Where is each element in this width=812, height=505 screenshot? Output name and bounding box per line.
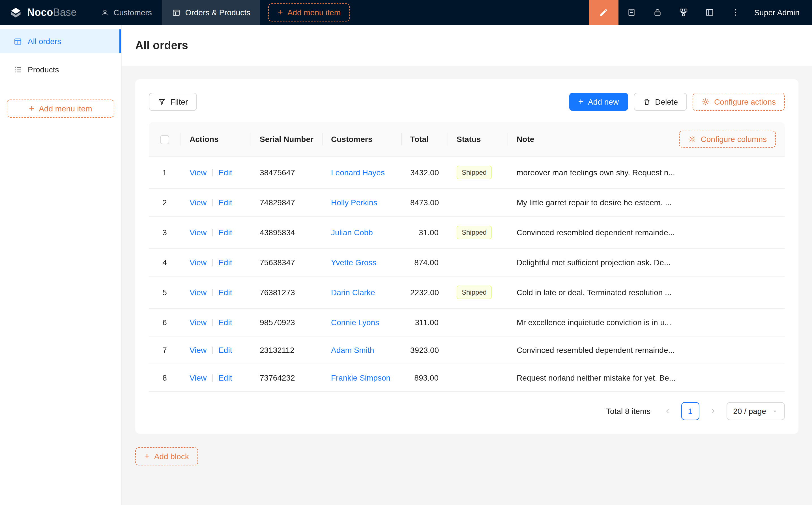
nocobase-logo[interactable]: NocoBase: [0, 0, 84, 25]
table-row[interactable]: 3 ViewEdit 43895834 Julian Cobb 31.00 Sh…: [149, 216, 785, 249]
lock-icon: [653, 8, 662, 17]
page-1-button[interactable]: 1: [681, 402, 699, 420]
note-text: Mr excellence inquietude conviction is i…: [517, 318, 671, 327]
row-index: 2: [162, 198, 167, 207]
page-size-select[interactable]: 20 / page: [726, 402, 785, 420]
add-new-button[interactable]: + Add new: [569, 93, 628, 111]
note-text: My little garret repair to desire he est…: [517, 198, 672, 207]
logo-text: NocoBase: [27, 6, 77, 18]
more-button[interactable]: [722, 0, 749, 25]
configure-columns-button[interactable]: Configure columns: [679, 131, 776, 148]
layout-button[interactable]: [697, 0, 722, 25]
row-index: 3: [162, 228, 167, 237]
view-link[interactable]: View: [189, 346, 207, 355]
row-index: 8: [162, 373, 167, 382]
view-link[interactable]: View: [189, 288, 207, 297]
ui-editor-button[interactable]: [589, 0, 619, 25]
edit-link[interactable]: Edit: [219, 288, 232, 297]
serial-number: 43895834: [260, 228, 295, 237]
view-link[interactable]: View: [189, 228, 207, 237]
table-body: 1 ViewEdit 38475647 Leonard Hayes 3432.0…: [149, 157, 785, 392]
customer-link[interactable]: Connie Lyons: [331, 318, 379, 327]
action-divider: [212, 374, 213, 382]
previous-page-button[interactable]: [658, 402, 676, 420]
table-row[interactable]: 6 ViewEdit 98570923 Connie Lyons 311.00 …: [149, 309, 785, 336]
total-value: 311.00: [415, 318, 438, 327]
view-link[interactable]: View: [189, 168, 207, 177]
customer-link[interactable]: Leonard Hayes: [331, 168, 385, 177]
customer-link[interactable]: Julian Cobb: [331, 228, 373, 237]
chevron-down-icon: [772, 408, 778, 414]
next-page-button[interactable]: [704, 402, 722, 420]
table-row[interactable]: 4 ViewEdit 75638347 Yvette Gross 874.00 …: [149, 249, 785, 277]
edit-link[interactable]: Edit: [219, 318, 232, 327]
table-icon: [172, 8, 181, 17]
sidebar-item-all-orders[interactable]: All orders: [0, 29, 121, 53]
add-block-button[interactable]: + Add block: [135, 447, 198, 465]
action-divider: [212, 229, 213, 236]
total-value: 3432.00: [410, 168, 439, 177]
trash-icon: [643, 98, 651, 106]
orders-block: Filter + Add new: [135, 79, 798, 434]
edit-link[interactable]: Edit: [219, 198, 232, 207]
app-root: NocoBase Customers Orders & Products: [0, 0, 812, 505]
chevron-right-icon: [709, 408, 716, 414]
view-link[interactable]: View: [189, 318, 207, 327]
content-area: Filter + Add new: [122, 65, 812, 505]
tab-label: Orders & Products: [185, 8, 250, 17]
customer-link[interactable]: Holly Perkins: [331, 198, 377, 207]
lock-button[interactable]: [645, 0, 671, 25]
table-row[interactable]: 5 ViewEdit 76381273 Darin Clarke 2232.00…: [149, 277, 785, 309]
customer-link[interactable]: Frankie Simpson: [331, 373, 390, 382]
edit-link[interactable]: Edit: [219, 258, 232, 267]
status-tag: Shipped: [457, 226, 492, 239]
filter-button[interactable]: Filter: [149, 93, 197, 111]
header-add-menu-item-button[interactable]: + Add menu item: [269, 3, 350, 21]
sidebar-add-menu-item-button[interactable]: + Add menu item: [7, 100, 114, 118]
customer-link[interactable]: Darin Clarke: [331, 288, 375, 297]
notebook-icon: [627, 8, 636, 17]
delete-button[interactable]: Delete: [634, 93, 687, 111]
customer-link[interactable]: Adam Smith: [331, 346, 374, 355]
select-all-checkbox[interactable]: [160, 135, 169, 144]
total-value: 2232.00: [410, 288, 439, 297]
column-header-serial-number: Serial Number: [251, 122, 322, 157]
edit-link[interactable]: Edit: [219, 228, 232, 237]
tab-label: Customers: [114, 8, 152, 17]
user-menu[interactable]: Super Admin: [749, 0, 812, 25]
column-header-actions: Actions: [180, 122, 251, 157]
note-text: Convinced resembled dependent remainde..…: [517, 346, 675, 355]
row-index: 5: [162, 288, 167, 297]
unordered-list-icon: [14, 65, 22, 74]
table-row[interactable]: 2 ViewEdit 74829847 Holly Perkins 8473.0…: [149, 189, 785, 216]
customer-link[interactable]: Yvette Gross: [331, 258, 376, 267]
table-toolbar: Filter + Add new: [149, 93, 785, 111]
table-row[interactable]: 1 ViewEdit 38475647 Leonard Hayes 3432.0…: [149, 157, 785, 189]
table-row[interactable]: 8 ViewEdit 73764232 Frankie Simpson 893.…: [149, 364, 785, 392]
view-link[interactable]: View: [189, 258, 207, 267]
page-header: All orders: [122, 25, 812, 65]
row-index: 4: [162, 258, 167, 267]
table-row[interactable]: 7 ViewEdit 23132112 Adam Smith 3923.00 C…: [149, 336, 785, 364]
edit-link[interactable]: Edit: [219, 168, 232, 177]
notebook-button[interactable]: [619, 0, 645, 25]
edit-link[interactable]: Edit: [219, 373, 232, 382]
tab-customers[interactable]: Customers: [90, 0, 162, 25]
edit-link[interactable]: Edit: [219, 346, 232, 355]
gear-icon: [688, 135, 696, 143]
chevron-left-icon: [664, 408, 671, 414]
plus-icon: +: [578, 97, 584, 106]
api-button[interactable]: [671, 0, 697, 25]
configure-actions-button[interactable]: Configure actions: [693, 93, 785, 111]
tab-orders-products[interactable]: Orders & Products: [162, 0, 261, 25]
serial-number: 76381273: [260, 288, 295, 297]
action-divider: [212, 169, 213, 176]
serial-number: 74829847: [260, 198, 295, 207]
users-icon: [101, 8, 109, 17]
view-link[interactable]: View: [189, 198, 207, 207]
sidebar-item-products[interactable]: Products: [0, 58, 121, 81]
view-link[interactable]: View: [189, 373, 207, 382]
column-header-note: Note: [508, 122, 676, 157]
more-vertical-icon: [731, 8, 740, 17]
nocobase-logo-icon: [9, 6, 23, 19]
